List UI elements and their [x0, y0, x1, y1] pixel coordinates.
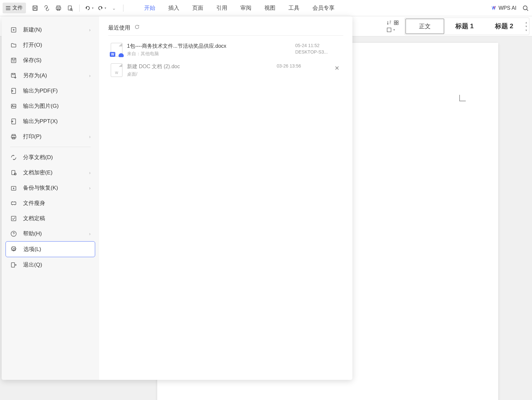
menu-item-label: 另存为(A): [23, 72, 47, 79]
style-heading2[interactable]: 标题 2: [485, 19, 524, 34]
file-menu-panel: 新建(N) › 打开(O) 保存(S) 另存为(A) › 输出为PDF(F) 输…: [2, 16, 352, 380]
chevron-down-icon[interactable]: ▾: [393, 28, 395, 31]
tab-member[interactable]: 会员专享: [306, 0, 341, 16]
link-icon[interactable]: [43, 4, 51, 12]
menu-item-label: 输出为PDF(F): [23, 87, 58, 94]
recent-item[interactable]: 1包----商务技术文件...节活动奖品供应.docx 来自：其他电脑 05-2…: [108, 40, 343, 60]
top-toolbar: 文件 ▾ ▾ ⌄ 开始 插入 页面 引用 审: [0, 0, 532, 16]
svg-rect-8: [394, 21, 396, 22]
pdf-icon: [10, 87, 17, 94]
svg-rect-21: [11, 136, 16, 138]
style-heading1[interactable]: 标题 1: [445, 19, 484, 34]
style-normal[interactable]: 正文: [405, 19, 444, 34]
tab-reference[interactable]: 引用: [210, 0, 234, 16]
tab-review[interactable]: 审阅: [234, 0, 258, 16]
tab-page[interactable]: 页面: [186, 0, 210, 16]
chevron-down-icon: ▾: [92, 6, 94, 10]
svg-rect-27: [11, 216, 16, 221]
tab-start[interactable]: 开始: [138, 0, 162, 16]
menu-item-print[interactable]: 打印(P) ›: [6, 129, 95, 144]
menu-item-pdf[interactable]: 输出为PDF(F): [6, 83, 95, 98]
tab-tools[interactable]: 工具: [282, 0, 306, 16]
chevron-down-icon: ▾: [526, 25, 527, 28]
sort-icon[interactable]: [386, 20, 392, 26]
recent-item-path: 来自：其他电脑: [127, 51, 291, 57]
undo-button[interactable]: ▾: [85, 5, 94, 11]
document-icon: [111, 43, 122, 56]
menu-item-slim[interactable]: 文件瘦身: [6, 195, 95, 211]
toolbar-right: WPS AI: [491, 4, 529, 12]
svg-rect-26: [11, 202, 16, 205]
select-all-icon[interactable]: [393, 20, 399, 26]
saveas-icon: [10, 72, 17, 79]
tab-insert[interactable]: 插入: [162, 0, 186, 16]
file-menu-button[interactable]: 文件: [3, 3, 26, 13]
file-label: 文件: [12, 5, 23, 11]
menu-item-label: 文档定稿: [23, 215, 45, 222]
exit-icon: [10, 261, 17, 269]
menu-item-exit[interactable]: 退出(Q): [6, 257, 95, 272]
chevron-right-icon: ›: [89, 185, 91, 191]
menu-item-label: 文档加密(E): [23, 169, 53, 176]
menu-item-backup[interactable]: 备份与恢复(K) ›: [6, 180, 95, 195]
styles-expand[interactable]: ▴ ▾ ▾: [524, 19, 528, 33]
cloud-badge-icon: [119, 53, 124, 57]
recent-item-path: 桌面/: [127, 71, 272, 77]
menu-item-label: 打开(O): [23, 41, 42, 49]
lock-icon: [10, 169, 17, 176]
share-icon: [10, 154, 17, 161]
chevron-down-icon: ▾: [105, 6, 106, 10]
chevron-right-icon: ›: [89, 231, 91, 236]
image-icon: [10, 103, 17, 110]
tab-view[interactable]: 视图: [258, 0, 282, 16]
wps-ai-icon: [491, 5, 497, 11]
border-icon[interactable]: [386, 27, 392, 33]
menu-item-encrypt[interactable]: 文档加密(E) ›: [6, 165, 95, 180]
search-icon[interactable]: [522, 4, 529, 12]
wps-ai-label: WPS AI: [499, 5, 516, 11]
menu-item-label: 分享文档(D): [23, 154, 53, 161]
menu-item-finalize[interactable]: 文档定稿: [6, 211, 95, 226]
save-quick-icon[interactable]: [31, 4, 39, 12]
menu-item-label: 打印(P): [23, 133, 42, 140]
ppt-icon: [10, 118, 17, 125]
menu-item-open[interactable]: 打开(O): [6, 37, 95, 53]
svg-rect-9: [397, 21, 398, 22]
svg-rect-14: [11, 58, 16, 63]
menu-item-image[interactable]: 输出为图片(G): [6, 98, 95, 114]
file-menu-content: 最近使用 1包----商务技术文件...节活动奖品供应.docx 来自：其他电脑: [99, 16, 352, 380]
menu-item-share[interactable]: 分享文档(D): [6, 150, 95, 165]
chevron-right-icon: ›: [89, 27, 91, 32]
quick-access-toolbar: ▾ ▾ ⌄: [31, 4, 125, 12]
menu-item-help[interactable]: 帮助(H) ›: [6, 226, 95, 241]
preview-icon[interactable]: [66, 4, 74, 12]
menu-item-ppt[interactable]: 输出为PPT(X): [6, 114, 95, 129]
expand-toolbar-icon[interactable]: ⌄: [110, 4, 118, 12]
backup-icon: [10, 184, 17, 192]
print-quick-icon[interactable]: [55, 4, 62, 12]
svg-rect-10: [394, 23, 396, 25]
svg-point-29: [13, 248, 15, 250]
toolbar-divider: [79, 5, 80, 12]
menu-item-save[interactable]: 保存(S): [6, 53, 95, 68]
ribbon-misc-icons: ▾: [386, 20, 399, 33]
menu-item-label: 退出(Q): [23, 261, 42, 269]
recent-item-name: 1包----商务技术文件...节活动奖品供应.docx: [127, 43, 291, 50]
menu-item-label: 帮助(H): [23, 230, 42, 237]
svg-rect-3: [56, 7, 61, 9]
wps-ai-button[interactable]: WPS AI: [491, 5, 516, 11]
menu-item-label: 备份与恢复(K): [23, 184, 58, 192]
menu-item-label: 输出为图片(G): [23, 102, 59, 110]
recent-item-date: 03-26 13:56: [277, 63, 322, 69]
chevron-right-icon: ›: [89, 134, 91, 139]
recent-item[interactable]: W 新建 DOC 文档 (2).doc 桌面/ 03-26 13:56 ✕: [108, 60, 343, 81]
toolbar-divider: [123, 5, 123, 12]
menu-item-options[interactable]: 选项(L): [6, 241, 95, 257]
close-icon[interactable]: ✕: [333, 63, 341, 73]
menu-item-label: 文件瘦身: [23, 199, 45, 207]
refresh-icon[interactable]: [134, 24, 140, 31]
new-file-icon: [10, 26, 17, 33]
menu-item-saveas[interactable]: 另存为(A) ›: [6, 68, 95, 83]
menu-item-new[interactable]: 新建(N) ›: [6, 22, 95, 37]
redo-button[interactable]: ▾: [97, 5, 106, 11]
